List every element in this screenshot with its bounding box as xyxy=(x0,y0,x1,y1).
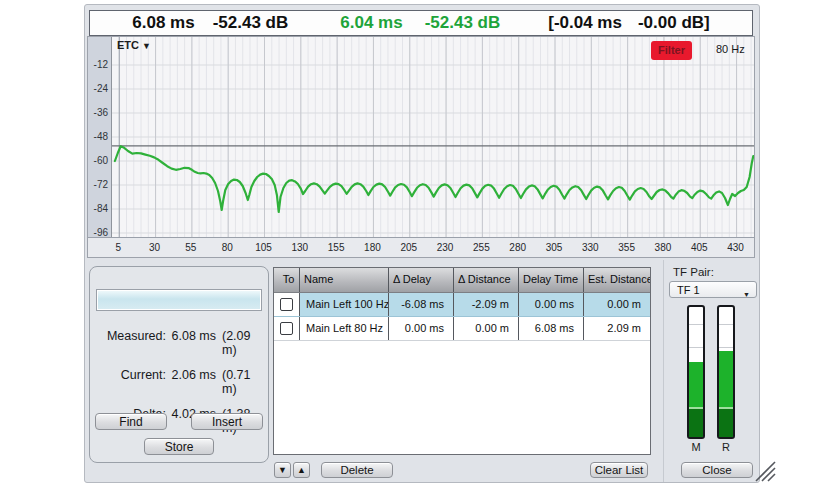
x-tick-label: 330 xyxy=(576,242,604,253)
empty-cell xyxy=(300,341,389,454)
x-tick-label: 205 xyxy=(395,242,423,253)
stat-distance: (0.71 m) xyxy=(218,368,268,396)
table-row[interactable]: Main Left 100 Hz-6.08 ms-2.09 m0.00 ms0.… xyxy=(274,293,650,317)
y-tick-label: -72 xyxy=(88,179,108,190)
level-meter-r xyxy=(717,305,735,439)
empty-cell xyxy=(389,341,454,454)
table-body: Main Left 100 Hz-6.08 ms-2.09 m0.00 ms0.… xyxy=(274,293,650,454)
meter-tick xyxy=(689,324,703,325)
x-tick-label: 80 xyxy=(213,242,241,253)
plot-area[interactable]: ETC▼ Filter 80 Hz xyxy=(111,37,754,237)
row-checkbox[interactable] xyxy=(280,298,293,311)
x-tick-label: 105 xyxy=(250,242,278,253)
column-header[interactable]: Est. Distance xyxy=(584,268,650,292)
delta-level-value: -0.00 dB] xyxy=(638,13,710,33)
current-delay-value: 6.04 ms xyxy=(340,13,402,33)
measured-level-value: -52.43 dB xyxy=(213,13,289,33)
x-tick-label: 430 xyxy=(722,242,750,253)
delay-stat-row: Current:2.06 ms(0.71 m) xyxy=(90,368,268,396)
table-row[interactable]: Main Left 80 Hz0.00 ms0.00 m6.08 ms2.09 … xyxy=(274,317,650,341)
column-header[interactable]: Name xyxy=(300,268,389,292)
stat-label: Current: xyxy=(90,368,166,396)
row-delta-delay: 0.00 ms xyxy=(389,317,454,340)
row-checkbox-cell xyxy=(274,317,300,340)
x-tick-label: 355 xyxy=(613,242,641,253)
row-delta-distance: 0.00 m xyxy=(454,317,519,340)
meter-label-r: R xyxy=(717,441,735,453)
etc-curve xyxy=(115,146,753,212)
current-level-value: -52.43 dB xyxy=(425,13,501,33)
meter-label-m: M xyxy=(687,441,705,453)
row-delta-distance: -2.09 m xyxy=(454,293,519,316)
row-delta-delay: -6.08 ms xyxy=(389,293,454,316)
x-tick-label: 305 xyxy=(540,242,568,253)
chevron-down-icon: ▼ xyxy=(743,287,750,303)
panel-divider xyxy=(663,260,664,482)
delay-readout-bar: 6.08 ms -52.43 dB 6.04 ms -52.43 dB [-0.… xyxy=(89,10,753,36)
meter-fill xyxy=(719,351,733,437)
x-tick-label: 230 xyxy=(431,242,459,253)
y-tick-label: -24 xyxy=(88,83,108,94)
x-tick-label: 180 xyxy=(358,242,386,253)
row-checkbox[interactable] xyxy=(280,322,293,335)
delay-table: ToNameΔ DelayΔ DistanceDelay TimeEst. Di… xyxy=(273,267,651,455)
move-up-button[interactable]: ▲ xyxy=(293,462,310,478)
column-header[interactable]: To xyxy=(274,268,300,292)
y-tick-label: -60 xyxy=(88,155,108,166)
meter-tick xyxy=(689,347,703,348)
measured-delay-value: 6.08 ms xyxy=(132,13,194,33)
x-tick-label: 130 xyxy=(286,242,314,253)
y-axis: -12-24-36-48-60-72-84-96 xyxy=(88,37,111,237)
stat-distance: (2.09 m) xyxy=(218,329,268,357)
column-header[interactable]: Δ Delay xyxy=(389,268,454,292)
insert-button[interactable]: Insert xyxy=(191,413,263,430)
signal-level-bar xyxy=(96,289,262,311)
delay-finder-window: 6.08 ms -52.43 dB 6.04 ms -52.43 dB [-0.… xyxy=(84,4,760,483)
delay-panel: Measured:6.08 ms(2.09 m)Current:2.06 ms(… xyxy=(89,266,269,463)
row-est-distance: 0.00 m xyxy=(584,293,650,316)
row-name: Main Left 80 Hz xyxy=(300,317,389,340)
x-tick-label: 155 xyxy=(322,242,350,253)
level-meter-m xyxy=(687,305,705,439)
stat-value: 6.08 ms xyxy=(166,329,218,357)
x-tick-label: 255 xyxy=(467,242,495,253)
meter-tick xyxy=(719,347,733,348)
store-button[interactable]: Store xyxy=(144,438,214,455)
column-header[interactable]: Delay Time xyxy=(519,268,584,292)
table-header: ToNameΔ DelayΔ DistanceDelay TimeEst. Di… xyxy=(274,268,650,293)
empty-cell xyxy=(454,341,519,454)
x-tick-label: 30 xyxy=(141,242,169,253)
delete-button[interactable]: Delete xyxy=(321,462,393,478)
y-tick-label: -12 xyxy=(88,59,108,70)
row-name: Main Left 100 Hz xyxy=(300,293,389,316)
screenshot-root: 6.08 ms -52.43 dB 6.04 ms -52.43 dB [-0.… xyxy=(0,0,836,484)
trace-type-label: ETC xyxy=(117,39,139,51)
delta-delay-value: [-0.04 ms xyxy=(548,13,622,33)
y-tick-label: -84 xyxy=(88,203,108,214)
close-button[interactable]: Close xyxy=(681,462,753,478)
filter-frequency-label: 80 Hz xyxy=(716,43,756,55)
delay-stat-row: Measured:6.08 ms(2.09 m) xyxy=(90,329,268,357)
y-tick-label: -48 xyxy=(88,131,108,142)
filter-button[interactable]: Filter xyxy=(651,41,692,60)
tf-pair-select[interactable]: TF 1 ▼ xyxy=(669,281,757,298)
x-tick-label: 405 xyxy=(685,242,713,253)
meter-fill xyxy=(689,362,703,437)
row-checkbox-cell xyxy=(274,293,300,316)
table-empty-area xyxy=(274,341,650,454)
x-tick-label: 55 xyxy=(177,242,205,253)
row-est-distance: 2.09 m xyxy=(584,317,650,340)
etc-chart: -12-24-36-48-60-72-84-96 ETC▼ Filter 80 … xyxy=(87,36,755,258)
stat-label: Measured: xyxy=(90,329,166,357)
move-down-button[interactable]: ▼ xyxy=(274,462,291,478)
level-meters: MR xyxy=(669,305,757,457)
resize-grip[interactable] xyxy=(752,458,776,482)
tf-pair-label: TF Pair: xyxy=(673,266,714,278)
trace-type-selector[interactable]: ETC▼ xyxy=(117,39,151,51)
column-header[interactable]: Δ Distance xyxy=(454,268,519,292)
x-tick-label: 380 xyxy=(649,242,677,253)
clear-list-button[interactable]: Clear List xyxy=(590,462,648,478)
x-tick-label: 280 xyxy=(504,242,532,253)
find-button[interactable]: Find xyxy=(95,413,167,430)
row-delay-time: 0.00 ms xyxy=(519,293,584,316)
